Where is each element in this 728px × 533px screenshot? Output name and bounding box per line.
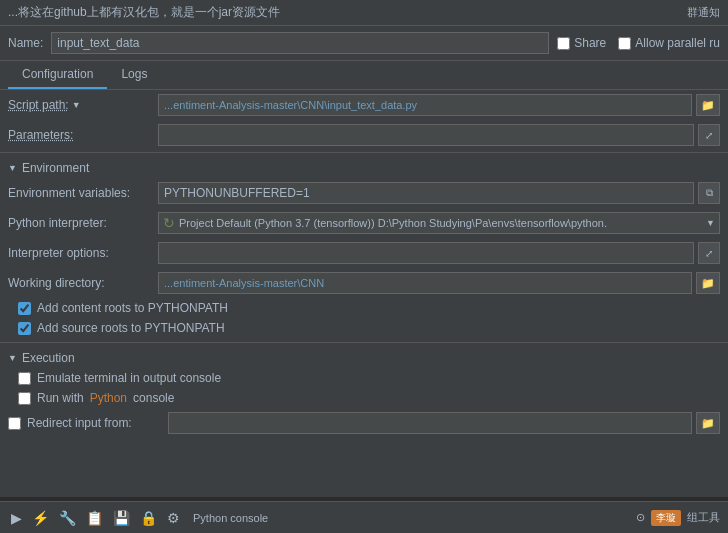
- interpreter-dropdown-arrow: ▼: [706, 218, 715, 228]
- run-with-python-text: Python: [90, 391, 127, 405]
- python-interpreter-label: Python interpreter:: [8, 216, 158, 230]
- emulate-terminal-label: Emulate terminal in output console: [37, 371, 221, 385]
- toolbar-btn-6[interactable]: 🔒: [137, 508, 160, 528]
- bottom-toolbar: ▶ ⚡ 🔧 📋 💾 🔒 ⚙ Python console ⊙ 李璇 组工具: [0, 501, 728, 533]
- execution-section-header[interactable]: ▼ Execution: [0, 345, 728, 368]
- environment-section-header[interactable]: ▼ Environment: [0, 155, 728, 178]
- redirect-input-row: Redirect input from: 📁: [0, 408, 728, 438]
- script-path-label: Script path:: [8, 98, 69, 112]
- add-source-roots-row: Add source roots to PYTHONPATH: [0, 318, 728, 338]
- run-with-python-row: Run with Python console: [0, 388, 728, 408]
- name-label: Name:: [8, 36, 43, 50]
- env-vars-row: Environment variables: ⧉: [0, 178, 728, 208]
- toolbar-btn-3[interactable]: 🔧: [56, 508, 79, 528]
- interpreter-status-dot: ↻: [163, 215, 175, 231]
- redirect-input-checkbox[interactable]: [8, 417, 21, 430]
- add-content-roots-label: Add content roots to PYTHONPATH: [37, 301, 228, 315]
- environment-triangle-icon: ▼: [8, 163, 17, 173]
- top-banner-left: ...将这在github上都有汉化包，就是一个jar资源文件: [8, 4, 280, 21]
- parallel-checkbox[interactable]: [618, 37, 631, 50]
- python-console-label: Python console: [193, 512, 268, 524]
- add-content-roots-checkbox[interactable]: [18, 302, 31, 315]
- parameters-control: ⤢: [158, 124, 720, 146]
- parameters-row: Parameters: ⤢: [0, 120, 728, 150]
- share-checkbox-label[interactable]: Share: [557, 36, 606, 50]
- toolbar-btn-4[interactable]: 📋: [83, 508, 106, 528]
- user-badge: 李璇: [651, 510, 681, 526]
- tab-logs[interactable]: Logs: [107, 61, 161, 89]
- config-content: Script path: ▼ ...entiment-Analysis-mast…: [0, 90, 728, 497]
- python-interpreter-select[interactable]: ↻ Project Default (Python 3.7 (tensorflo…: [158, 212, 720, 234]
- env-vars-input[interactable]: [158, 182, 694, 204]
- toolbar-btn-7[interactable]: ⚙: [164, 508, 183, 528]
- bottom-toolbar-left: ▶ ⚡ 🔧 📋 💾 🔒 ⚙ Python console: [8, 508, 268, 528]
- tool-label: 组工具: [687, 510, 720, 525]
- toolbar-btn-1[interactable]: ▶: [8, 508, 25, 528]
- top-banner: ...将这在github上都有汉化包，就是一个jar资源文件 群通知: [0, 0, 728, 26]
- redirect-input-folder-btn[interactable]: 📁: [696, 412, 720, 434]
- interpreter-options-label: Interpreter options:: [8, 246, 158, 260]
- add-content-roots-row: Add content roots to PYTHONPATH: [0, 298, 728, 318]
- interpreter-options-row: Interpreter options: ⤢: [0, 238, 728, 268]
- working-dir-row: Working directory: ...entiment-Analysis-…: [0, 268, 728, 298]
- add-source-roots-checkbox[interactable]: [18, 322, 31, 335]
- tabs-bar: Configuration Logs: [0, 61, 728, 90]
- redirect-input-field[interactable]: [168, 412, 692, 434]
- run-with-python-checkbox[interactable]: [18, 392, 31, 405]
- python-interpreter-control: ↻ Project Default (Python 3.7 (tensorflo…: [158, 212, 720, 234]
- emulate-terminal-checkbox[interactable]: [18, 372, 31, 385]
- interpreter-value: Project Default (Python 3.7 (tensorflow)…: [179, 217, 607, 229]
- redirect-input-label: Redirect input from:: [27, 416, 132, 430]
- script-path-folder-btn[interactable]: 📁: [696, 94, 720, 116]
- name-row: Name: Share Allow parallel ru: [0, 26, 728, 61]
- env-vars-control: ⧉: [158, 182, 720, 204]
- redirect-input-control: 📁: [168, 412, 720, 434]
- bottom-toolbar-right: ⊙ 李璇 组工具: [636, 510, 720, 526]
- script-path-dropdown-icon[interactable]: ▼: [72, 100, 81, 110]
- name-input[interactable]: [51, 32, 549, 54]
- working-dir-control: ...entiment-Analysis-master\CNN 📁: [158, 272, 720, 294]
- emulate-terminal-row: Emulate terminal in output console: [0, 368, 728, 388]
- interpreter-options-expand-btn[interactable]: ⤢: [698, 242, 720, 264]
- name-right-options: Share Allow parallel ru: [557, 36, 720, 50]
- top-banner-right: 群通知: [687, 5, 720, 20]
- tab-configuration[interactable]: Configuration: [8, 61, 107, 89]
- script-path-value: ...entiment-Analysis-master\CNN\input_te…: [164, 99, 417, 111]
- parameters-expand-btn[interactable]: ⤢: [698, 124, 720, 146]
- add-source-roots-label: Add source roots to PYTHONPATH: [37, 321, 225, 335]
- interpreter-options-input[interactable]: [158, 242, 694, 264]
- parallel-checkbox-label[interactable]: Allow parallel ru: [618, 36, 720, 50]
- run-with-label2: console: [133, 391, 174, 405]
- working-dir-value: ...entiment-Analysis-master\CNN: [164, 277, 324, 289]
- parallel-label: Allow parallel ru: [635, 36, 720, 50]
- share-checkbox[interactable]: [557, 37, 570, 50]
- toolbar-btn-2[interactable]: ⚡: [29, 508, 52, 528]
- script-path-row: Script path: ▼ ...entiment-Analysis-mast…: [0, 90, 728, 120]
- status-icon: ⊙: [636, 511, 645, 524]
- interpreter-options-control: ⤢: [158, 242, 720, 264]
- script-path-control: ...entiment-Analysis-master\CNN\input_te…: [158, 94, 720, 116]
- execution-triangle-icon: ▼: [8, 353, 17, 363]
- env-vars-expand-btn[interactable]: ⧉: [698, 182, 720, 204]
- environment-section-label: Environment: [22, 161, 89, 175]
- parameters-label: Parameters:: [8, 128, 158, 142]
- toolbar-btn-5[interactable]: 💾: [110, 508, 133, 528]
- share-label: Share: [574, 36, 606, 50]
- working-dir-label: Working directory:: [8, 276, 158, 290]
- working-dir-folder-btn[interactable]: 📁: [696, 272, 720, 294]
- env-vars-label: Environment variables:: [8, 186, 158, 200]
- parameters-input[interactable]: [158, 124, 694, 146]
- execution-section-label: Execution: [22, 351, 75, 365]
- run-with-label1: Run with: [37, 391, 84, 405]
- python-interpreter-row: Python interpreter: ↻ Project Default (P…: [0, 208, 728, 238]
- script-label-area: Script path: ▼: [8, 98, 158, 112]
